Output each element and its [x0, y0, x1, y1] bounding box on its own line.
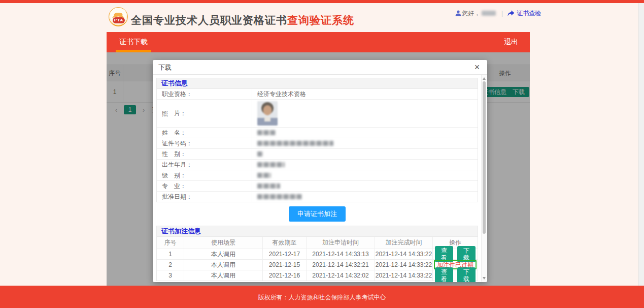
row-value [252, 192, 478, 202]
pta-logo-icon: PTA [109, 7, 128, 26]
view-button[interactable]: 查看 [435, 267, 453, 282]
page-title: 全国专业技术人员职业资格证书查询验证系统 [131, 13, 354, 27]
redacted-value [257, 194, 302, 199]
cert-info-table: 职业资格： 经济专业技术资格 照 片： 姓 名： 证件号码： [156, 89, 478, 202]
row-label: 级 别： [157, 170, 252, 180]
scroll-down-icon[interactable] [483, 277, 486, 280]
nav-bar [107, 32, 530, 52]
browser-scrollbar[interactable] [638, 3, 644, 286]
row-value [252, 160, 478, 170]
download-button[interactable]: 下载 [457, 267, 476, 282]
col-apply-time: 加注申请时间 [307, 237, 375, 249]
annotate-button-row: 申请证书加注 [156, 206, 478, 222]
row-value [252, 181, 478, 191]
row-value [252, 170, 478, 180]
download-modal: 下载 × 证书信息 职业资格： 经济专业技术资格 照 片： [153, 60, 487, 282]
redacted-value [257, 151, 263, 157]
cert-row-birth: 出生年月： [157, 160, 478, 170]
cell-valid-until: 2021-12-16 [263, 270, 307, 281]
page: PTA 全国专业技术人员职业资格证书查询验证系统 您好， | 证书查验 证书下载… [0, 0, 644, 308]
cert-row-major: 专 业： [157, 181, 478, 192]
cell-complete-time: 2021-12-14 14:33:22 [375, 270, 433, 281]
row-value [252, 100, 478, 127]
col-scene: 使用场景 [184, 237, 263, 249]
col-complete-time: 加注完成时间 [375, 237, 433, 249]
col-seq: 序号 [157, 237, 184, 249]
copyright-text: 版权所有：人力资源和社会保障部人事考试中心 [0, 293, 644, 302]
cert-row-approve-date: 批准日期： [157, 192, 478, 202]
redacted-value [257, 141, 333, 146]
modal-scrollbar[interactable] [481, 75, 487, 282]
row-label: 姓 名： [157, 128, 252, 138]
row-label: 性 别： [157, 149, 252, 159]
row-label: 照 片： [157, 100, 252, 127]
modal-header: 下载 × [153, 60, 487, 75]
section-annotation-info: 证书加注信息 [156, 226, 478, 237]
cert-row-photo: 照 片： [157, 100, 478, 128]
col-valid-until: 有效期至 [263, 237, 307, 249]
row-value [252, 149, 478, 159]
annotation-row-3: 3 本人调用 2021-12-16 2021-12-14 14:32:02 20… [157, 270, 478, 281]
row-value [252, 138, 478, 148]
annotation-table: 序号 使用场景 有效期至 加注申请时间 加注完成时间 操作 1 本人调用 202… [156, 237, 478, 281]
cell-apply-time: 2021-12-14 14:32:02 [307, 270, 375, 281]
cell-actions: 查看 下载 [433, 249, 478, 259]
logo-text: PTA [113, 17, 125, 23]
cert-row-level: 级 别： [157, 170, 478, 181]
greeting-label: 您好， [462, 9, 480, 18]
page-title-main: 全国专业技术人员职业资格证书 [131, 14, 287, 26]
share-arrow-icon [507, 10, 515, 17]
redacted-value [257, 162, 285, 167]
cell-complete-time: 2021-12-14 14:33:22 [375, 249, 433, 259]
cert-verify-label: 证书查验 [517, 9, 541, 18]
redacted-value [257, 130, 276, 135]
header: PTA 全国专业技术人员职业资格证书查询验证系统 您好， | 证书查验 [0, 3, 644, 32]
cell-valid-until: 2021-12-17 [263, 249, 307, 259]
cell-scene: 本人调用 [184, 260, 263, 270]
cell-seq: 3 [157, 270, 184, 281]
cell-seq: 2 [157, 260, 184, 270]
annotation-table-header: 序号 使用场景 有效期至 加注申请时间 加注完成时间 操作 [157, 237, 478, 249]
row-label: 出生年月： [157, 160, 252, 170]
divider: | [501, 10, 503, 17]
close-icon[interactable]: × [472, 61, 482, 73]
row-label: 专 业： [157, 181, 252, 191]
tab-cert-download[interactable]: 证书下载 [116, 32, 151, 52]
cert-row-occupation: 职业资格： 经济专业技术资格 [157, 89, 478, 100]
account-bar: 您好， | 证书查验 [455, 8, 541, 18]
row-label: 批准日期： [157, 192, 252, 202]
cert-row-name: 姓 名： [157, 128, 478, 138]
modal-title: 下载 [158, 60, 172, 75]
cell-scene: 本人调用 [184, 249, 263, 259]
annotation-row-1: 1 本人调用 2021-12-17 2021-12-14 14:33:13 20… [157, 249, 478, 260]
row-label: 职业资格： [157, 89, 252, 99]
row-value [252, 128, 478, 138]
portrait-photo [257, 101, 278, 126]
scrollbar-thumb[interactable] [483, 81, 486, 234]
redacted-value [257, 183, 280, 189]
row-label: 证件号码： [157, 138, 252, 148]
cell-apply-time: 2021-12-14 14:32:21 [307, 260, 375, 270]
scroll-up-icon[interactable] [483, 77, 486, 80]
row-value: 经济专业技术资格 [252, 89, 478, 99]
cert-row-gender: 性 别： [157, 149, 478, 160]
user-icon [455, 10, 462, 17]
cell-complete-time: 2021-12-14 14:33:22 [375, 260, 433, 270]
modal-body: 证书信息 职业资格： 经济专业技术资格 照 片： 姓 名： [153, 75, 487, 282]
redacted-username [482, 11, 496, 16]
page-title-accent: 查询验证系统 [287, 14, 354, 26]
cell-seq: 1 [157, 249, 184, 259]
apply-annotation-button[interactable]: 申请证书加注 [289, 206, 346, 222]
footer: 版权所有：人力资源和社会保障部人事考试中心 [0, 286, 644, 308]
annotation-row-2: 2 本人调用 2021-12-15 2021-12-14 14:32:21 20… [157, 260, 478, 270]
logout-button[interactable]: 退出 [499, 32, 523, 52]
redacted-value [257, 173, 271, 178]
cell-scene: 本人调用 [184, 270, 263, 281]
cert-verify-link[interactable]: 证书查验 [507, 9, 541, 18]
cell-apply-time: 2021-12-14 14:33:13 [307, 249, 375, 259]
section-cert-info: 证书信息 [156, 78, 478, 89]
cell-valid-until: 2021-12-15 [263, 260, 307, 270]
cell-actions: 查看 下载 [433, 270, 478, 281]
cert-row-id-number: 证件号码： [157, 138, 478, 149]
